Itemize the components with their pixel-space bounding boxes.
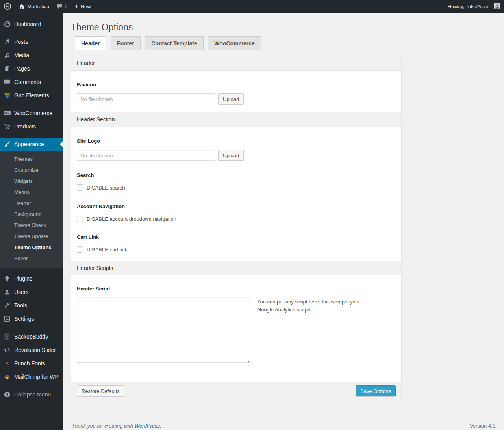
footer-thanks-text: Thank you for creating with <box>72 423 133 429</box>
appearance-icon <box>3 140 11 148</box>
wordpress-logo-button[interactable]: W <box>0 0 15 13</box>
sidebar-subitem-theme-update[interactable]: Theme Update <box>0 231 63 242</box>
site-logo-control-row: Upload <box>77 150 396 161</box>
sidebar-subitem-customize[interactable]: Customize <box>0 165 63 176</box>
sidebar-item-label: Grid Elements <box>14 92 49 99</box>
favicon-upload-button[interactable]: Upload <box>218 93 244 104</box>
disable-cart-link-checkbox-label: DISABLE cart link <box>87 247 127 253</box>
sidebar-item-label: Media <box>14 52 29 58</box>
woocommerce-icon: Woo <box>3 109 11 117</box>
sidebar-item-punch-fonts[interactable]: A Punch Fonts <box>0 357 63 370</box>
backup-drive-icon <box>3 333 11 341</box>
pages-icon <box>3 65 11 73</box>
sidebar-subitem-widgets[interactable]: Widgets <box>0 176 63 187</box>
header-script-textarea[interactable] <box>77 297 250 363</box>
header-script-label: Header Script <box>77 286 396 292</box>
user-icon <box>3 288 11 296</box>
tab-footer[interactable]: Footer <box>111 36 141 50</box>
sidebar-subitem-background[interactable]: Background <box>0 209 63 220</box>
sidebar-item-tools[interactable]: Tools <box>0 299 63 312</box>
sidebar-item-label: Dashboard <box>14 21 41 27</box>
disable-account-nav-checkbox-label: DISABLE account dropdown navigation <box>87 216 176 222</box>
sidebar-item-plugins[interactable]: Plugins <box>0 272 63 285</box>
disable-cart-link-checkbox[interactable] <box>77 246 83 253</box>
collapse-arrow-icon <box>3 391 11 398</box>
wrench-icon <box>3 302 11 309</box>
site-logo-file-input[interactable] <box>77 150 215 161</box>
save-options-button[interactable]: Save Options <box>356 385 396 396</box>
sidebar-subitem-header[interactable]: Header <box>0 198 63 209</box>
sidebar-subitem-theme-check[interactable]: Theme Check <box>0 220 63 231</box>
content-area: Theme Options Header Footer Contact Temp… <box>63 13 504 429</box>
sidebar-item-mailchimp[interactable]: MailChimp for WP <box>0 370 63 383</box>
my-account-button[interactable]: Howdy, TokoPress <box>444 0 504 13</box>
disable-account-nav-row: DISABLE account dropdown navigation <box>77 216 396 222</box>
sidebar-item-label: BackupBuddy <box>14 333 48 340</box>
svg-text:A: A <box>6 361 9 367</box>
sidebar-item-appearance[interactable]: Appearance <box>0 138 63 151</box>
tab-header[interactable]: Header <box>75 36 106 50</box>
section-header-scripts: Header Scripts <box>71 261 401 275</box>
sidebar-item-backupbuddy[interactable]: BackupBuddy <box>0 330 63 343</box>
admin-bar: W Marketica 0 + New Ho <box>0 0 504 13</box>
theme-options-panel: Header Favicon Upload Header Section Sit… <box>71 56 402 400</box>
sidebar-item-revolution-slider[interactable]: Revolution Slider <box>0 343 63 357</box>
current-menu-arrow-icon <box>57 141 63 147</box>
sidebar-item-comments[interactable]: Comments <box>0 75 63 89</box>
site-name-button[interactable]: Marketica <box>15 0 53 13</box>
sidebar-item-label: Plugins <box>14 275 32 282</box>
restore-defaults-button[interactable]: Restore Defaults <box>77 385 124 396</box>
header-script-row: You can put any script here, for example… <box>77 297 396 363</box>
sidebar-item-pages[interactable]: Pages <box>0 62 63 75</box>
wordpress-logo-icon: W <box>4 2 11 10</box>
disable-search-checkbox[interactable] <box>77 184 83 191</box>
sidebar-item-collapse-menu[interactable]: Collapse menu <box>0 388 63 401</box>
sidebar-item-label: MailChimp for WP <box>14 374 59 380</box>
comment-count: 0 <box>65 4 67 9</box>
sidebar-item-posts[interactable]: Posts <box>0 35 63 48</box>
sidebar-item-settings[interactable]: Settings <box>0 312 63 326</box>
page-title: Theme Options <box>71 17 496 36</box>
admin-bar-right: Howdy, TokoPress <box>444 0 504 13</box>
sidebar-subitem-themes[interactable]: Themes <box>0 154 63 165</box>
howdy-label: Howdy, TokoPress <box>448 4 489 9</box>
comment-icon <box>3 78 11 86</box>
refresh-icon <box>3 346 11 354</box>
appearance-submenu: Themes Customize Widgets Menus Header Ba… <box>0 151 63 268</box>
sidebar-item-label: WooCommerce <box>14 110 52 116</box>
sidebar-item-dashboard[interactable]: Dashboard <box>0 17 63 31</box>
sidebar-item-label: Punch Fonts <box>14 360 45 367</box>
tab-contact-template[interactable]: Contact Template <box>145 36 203 50</box>
sidebar-item-media[interactable]: Media <box>0 48 63 62</box>
sidebar-item-grid-elements[interactable]: Grid Elements <box>0 89 63 102</box>
cart-link-label: Cart Link <box>77 234 396 240</box>
site-name-label: Marketica <box>27 4 49 9</box>
sidebar-item-label: Settings <box>14 316 34 322</box>
admin-sidebar: Dashboard Posts Media Pages <box>0 13 63 430</box>
avatar <box>494 3 500 9</box>
new-content-button[interactable]: + New <box>71 0 94 13</box>
favicon-file-input[interactable] <box>77 93 215 104</box>
section-header-section: Header Section <box>71 112 401 127</box>
plus-icon: + <box>75 3 79 9</box>
disable-search-checkbox-label: DISABLE search <box>87 185 125 191</box>
comments-bubble-button[interactable]: 0 <box>53 0 71 13</box>
disable-account-nav-checkbox[interactable] <box>77 216 83 222</box>
tab-bar: Header Footer Contact Template WooCommer… <box>71 36 496 50</box>
favicon-label: Favicon <box>77 82 396 87</box>
sidebar-item-woocommerce[interactable]: Woo WooCommerce <box>0 106 63 120</box>
settings-icon <box>3 315 11 323</box>
sidebar-subitem-editor[interactable]: Editor <box>0 253 63 264</box>
wordpress-link[interactable]: WordPress <box>135 423 160 429</box>
site-logo-upload-button[interactable]: Upload <box>218 150 244 161</box>
sidebar-item-products[interactable]: Products <box>0 120 63 133</box>
sidebar-item-users[interactable]: Users <box>0 285 63 299</box>
sidebar-subitem-menus[interactable]: Menus <box>0 187 63 198</box>
media-icon <box>3 51 11 59</box>
comment-bubble-icon <box>56 3 63 9</box>
tab-woocommerce[interactable]: WooCommerce <box>208 36 261 50</box>
cart-icon <box>3 123 11 130</box>
account-navigation-label: Account Navigation <box>77 203 396 209</box>
sidebar-subitem-theme-options[interactable]: Theme Options <box>0 242 63 253</box>
svg-text:W: W <box>6 4 9 9</box>
